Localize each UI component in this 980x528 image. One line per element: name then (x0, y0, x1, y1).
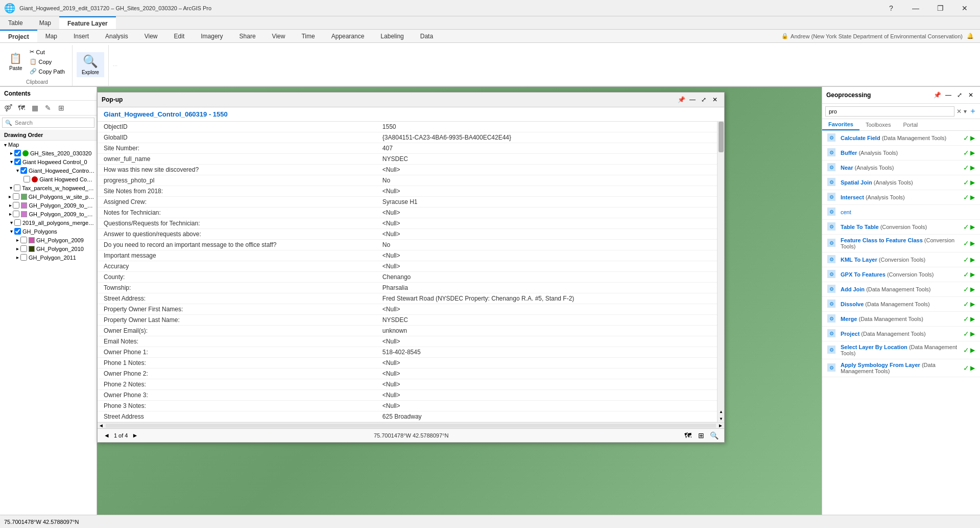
popup-scrollbar[interactable]: ▲ ▼ (717, 122, 724, 422)
geo-close-btn[interactable]: ✕ (966, 90, 976, 100)
view-icon-table-btn[interactable]: ⊞ (696, 430, 707, 441)
tab-imagery[interactable]: Imagery (193, 30, 231, 42)
tab-table[interactable]: Table (0, 16, 31, 29)
tree-item-giant_hogweed_ctrl2[interactable]: ▾Giant_Hogweed_Contro… (0, 166, 97, 175)
geo-tool-item[interactable]: ⚙KML To Layer (Conversion Tools)✓▶ (822, 252, 980, 267)
paste-button[interactable]: 📋 Paste (6, 50, 26, 73)
tree-item-gh_polygon_2010[interactable]: ▸GH_Polygon_2010 (0, 244, 97, 253)
tab-project[interactable]: Project (0, 30, 37, 42)
tree-checkbox-giant_hogweed_ctrl2[interactable] (20, 167, 27, 174)
tree-toggle-gh_polygons[interactable]: ▾ (8, 228, 14, 235)
tab-edit[interactable]: Edit (166, 30, 193, 42)
tree-checkbox-gh_polygon_2009_2015_2[interactable] (13, 211, 19, 217)
tab-view[interactable]: View (136, 30, 166, 42)
geo-tool-item[interactable]: ⚙Near (Analysis Tools)✓▶ (822, 160, 980, 175)
geo-tool-item[interactable]: ⚙Feature Class to Feature Class (Convers… (822, 235, 980, 252)
geo-pin-btn[interactable]: 📌 (932, 90, 942, 100)
geo-tool-item[interactable]: ⚙Buffer (Analysis Tools)✓▶ (822, 146, 980, 160)
geo-tool-item[interactable]: ⚙Dissolve (Data Management Tools)✓▶ (822, 297, 980, 312)
tree-item-gh_polygon_2009_2015_2[interactable]: ▸GH_Polygon_2009_to_201… (0, 210, 97, 218)
map-area[interactable]: Pop-up 📌 — ⤢ ✕ Giant_Hogweed_Control_060… (97, 87, 822, 515)
tab-data[interactable]: Data (412, 30, 441, 42)
popup-pin-btn[interactable]: 📌 (676, 95, 686, 105)
tree-toggle-2019_all_polygons[interactable]: ▾ (8, 220, 14, 226)
geo-tool-item[interactable]: ⚙Intersect (Analysis Tools)✓▶ (822, 190, 980, 205)
tree-checkbox-gh_polygons[interactable] (14, 228, 21, 235)
tree-checkbox-tax_parcels[interactable] (14, 185, 20, 191)
tree-item-gh_polygon_2009_2015_1[interactable]: ▸GH_Polygon_2009_to_201… (0, 201, 97, 210)
hscroll-track[interactable] (106, 424, 716, 428)
geo-tab-portal[interactable]: Portal (897, 119, 924, 130)
tree-toggle-map[interactable]: ▾ (2, 142, 8, 148)
tab-feature-layer[interactable]: Feature Layer (59, 16, 116, 29)
geo-tool-item[interactable]: ⚙Merge (Data Management Tools)✓▶ (822, 312, 980, 327)
tree-checkbox-gh_polygon_2011[interactable] (20, 254, 27, 261)
tree-checkbox-gh_sites[interactable] (14, 150, 21, 156)
tree-item-2019_all_polygons[interactable]: ▾2019_all_polygons_merge… (0, 218, 97, 227)
hscroll-right-btn[interactable]: ► (717, 423, 724, 429)
tab-time[interactable]: Time (293, 30, 323, 42)
copy-button[interactable]: 📋 Copy (27, 57, 68, 66)
tab-map-ribbon[interactable]: Map (37, 30, 65, 42)
help-button[interactable]: ? (880, 0, 902, 16)
tree-checkbox-gh_polygon_2010[interactable] (20, 245, 27, 252)
tree-item-giant_hogweed_control_0[interactable]: ▾Giant Hogweed Control_0 (0, 157, 97, 166)
tree-toggle-tax_parcels[interactable]: ▾ (8, 185, 14, 191)
minimize-button[interactable]: — (904, 0, 927, 16)
nav-next-btn[interactable]: ► (130, 431, 140, 440)
tree-toggle-giant_hogweed_ctrl3[interactable] (18, 176, 24, 182)
tree-checkbox-gh_polygon_2009_2015_1[interactable] (13, 202, 19, 209)
tree-item-gh_sites[interactable]: ▸GH_Sites_2020_030320 (0, 149, 97, 157)
hscroll-left-btn[interactable]: ◄ (98, 423, 105, 429)
geo-search-add-btn[interactable]: ＋ (969, 106, 977, 117)
contents-grid-btn[interactable]: ⊞ (55, 102, 67, 114)
tree-item-map[interactable]: ▾Map (0, 141, 97, 149)
scroll-up-btn[interactable]: ▲ (718, 408, 724, 415)
contents-layer-btn[interactable]: ▦ (29, 102, 41, 114)
tab-share[interactable]: Share (231, 30, 264, 42)
tab-insert[interactable]: Insert (65, 30, 97, 42)
tree-toggle-gh_polygons_site_pnt[interactable]: ▸ (7, 194, 12, 200)
geo-search-dropdown-btn[interactable]: ▾ (964, 108, 967, 115)
copypath-button[interactable]: 🔗 Copy Path (27, 67, 68, 76)
contents-edit-btn[interactable]: ✎ (42, 102, 54, 114)
tab-map[interactable]: Map (31, 16, 59, 29)
tree-item-gh_polygons[interactable]: ▾GH_Polygons (0, 227, 97, 236)
geo-tool-item[interactable]: ⚙Add Join (Data Management Tools)✓▶ (822, 282, 980, 297)
tree-toggle-giant_hogweed_control_0[interactable]: ▾ (8, 159, 14, 165)
tree-item-giant_hogweed_ctrl3[interactable]: Giant Hogweed Contro… (0, 175, 97, 183)
tab-view2[interactable]: View (264, 30, 294, 42)
maximize-button[interactable]: ❐ (929, 0, 951, 16)
scroll-down-btn[interactable]: ▼ (718, 415, 724, 422)
tab-analysis[interactable]: Analysis (97, 30, 136, 42)
popup-body[interactable]: ObjectID1550GlobalID{3A804151-CA23-4BA6-… (98, 122, 717, 422)
tree-checkbox-giant_hogweed_ctrl3[interactable] (23, 176, 30, 182)
tree-item-gh_polygon_2009[interactable]: ▸GH_Polygon_2009 (0, 236, 97, 244)
geo-tool-item[interactable]: ⚙Project (Data Management Tools)✓▶ (822, 327, 980, 341)
nav-prev-btn[interactable]: ◄ (102, 431, 112, 440)
geo-tool-item[interactable]: ⚙Table To Table (Conversion Tools)✓▶ (822, 220, 980, 235)
geo-search-clear-btn[interactable]: ✕ (957, 108, 962, 115)
geo-tab-favorites[interactable]: Favorites (822, 119, 859, 130)
tree-checkbox-gh_polygon_2009[interactable] (20, 237, 27, 243)
geo-tab-toolboxes[interactable]: Toolboxes (859, 119, 897, 130)
cut-button[interactable]: ✂ Cut (27, 48, 68, 56)
popup-minimize-btn[interactable]: — (687, 95, 698, 105)
tree-item-gh_polygons_site_pnt[interactable]: ▸GH_Polygons_w_site_pnt_b… (0, 192, 97, 201)
tree-checkbox-giant_hogweed_control_0[interactable] (14, 158, 21, 165)
geo-tool-item[interactable]: ⚙Spatial Join (Analysis Tools)✓▶ (822, 175, 980, 190)
close-button[interactable]: ✕ (953, 0, 976, 16)
tree-toggle-giant_hogweed_ctrl2[interactable]: ▾ (14, 168, 20, 174)
tab-appearance[interactable]: Appearance (323, 30, 373, 42)
geo-search-input[interactable] (825, 106, 954, 117)
popup-expand-btn[interactable]: ⤢ (699, 95, 709, 105)
tree-toggle-gh_polygon_2009_2015_1[interactable]: ▸ (8, 202, 13, 209)
geo-tool-item[interactable]: ⚙Apply Symbology From Layer (Data Manage… (822, 359, 980, 377)
geo-tool-item[interactable]: ⚙GPX To Features (Conversion Tools)✓▶ (822, 267, 980, 282)
tab-labeling[interactable]: Labeling (372, 30, 412, 42)
tree-toggle-gh_polygon_2009_2015_2[interactable]: ▸ (8, 211, 13, 217)
tree-toggle-gh_polygon_2010[interactable]: ▸ (14, 246, 20, 252)
tree-checkbox-2019_all_polygons[interactable] (14, 219, 21, 226)
contents-map-btn[interactable]: 🗺 (15, 102, 28, 114)
geo-tool-item[interactable]: ⚙Calculate Field (Data Management Tools)… (822, 131, 980, 146)
